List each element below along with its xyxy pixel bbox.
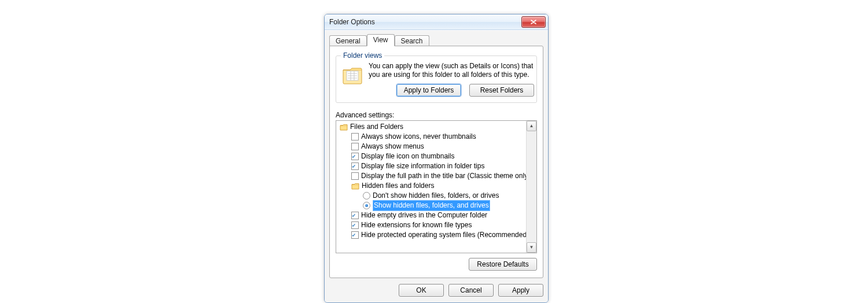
checkbox-icon[interactable] <box>351 172 359 180</box>
titlebar[interactable]: Folder Options <box>325 14 548 30</box>
opt-show-hidden[interactable]: Show hidden files, folders, and drives <box>339 201 526 210</box>
dialog-buttons: OK Cancel Apply <box>329 284 543 297</box>
close-icon <box>531 20 536 24</box>
client-area: General View Search Folder views <box>325 30 548 302</box>
scrollbar[interactable]: ▲ ▼ <box>526 121 536 253</box>
opt-label: Display file icon on thumbnails <box>361 152 454 161</box>
opt-always-show-icons[interactable]: Always show icons, never thumbnails <box>339 132 526 142</box>
folder-options-dialog: Folder Options General View Search Folde… <box>324 14 549 303</box>
checkbox-icon[interactable] <box>351 231 359 239</box>
window-title: Folder Options <box>329 18 521 26</box>
folder-views-description: You can apply the view (such as Details … <box>369 62 534 79</box>
folder-views-group: Folder views <box>336 56 537 103</box>
opt-label: Always show menus <box>361 142 424 152</box>
tree-root-files-and-folders[interactable]: Files and Folders <box>339 122 526 132</box>
opt-always-show-menus[interactable]: Always show menus <box>339 142 526 152</box>
scroll-down-button[interactable]: ▼ <box>527 242 536 253</box>
tab-general[interactable]: General <box>329 35 367 47</box>
opt-display-full-path-titlebar[interactable]: Display the full path in the title bar (… <box>339 171 526 181</box>
opt-display-file-icon-on-thumbnails[interactable]: Display file icon on thumbnails <box>339 152 526 161</box>
opt-label-selected: Show hidden files, folders, and drives <box>373 200 490 211</box>
close-button[interactable] <box>521 16 546 28</box>
folder-icon <box>340 124 348 131</box>
checkbox-icon[interactable] <box>351 212 359 219</box>
opt-label: Hidden files and folders <box>362 181 434 191</box>
tree-group-hidden-files[interactable]: Hidden files and folders <box>339 181 526 191</box>
ok-button[interactable]: OK <box>399 284 444 297</box>
opt-label: Hide extensions for known file types <box>361 220 472 230</box>
tab-search[interactable]: Search <box>395 35 429 47</box>
tab-view[interactable]: View <box>367 34 395 46</box>
opt-display-file-size-in-tips[interactable]: Display file size information in folder … <box>339 161 526 171</box>
checkbox-icon[interactable] <box>351 221 359 229</box>
folder-preview-icon <box>341 63 364 86</box>
opt-label: Display the full path in the title bar (… <box>361 171 526 181</box>
tree-content: Files and Folders Always show icons, nev… <box>336 121 526 253</box>
radio-icon[interactable] <box>363 192 370 199</box>
apply-to-folders-button[interactable]: Apply to Folders <box>396 84 461 97</box>
tree-root-label: Files and Folders <box>350 122 403 132</box>
restore-defaults-button[interactable]: Restore Defaults <box>469 258 537 271</box>
opt-label: Display file size information in folder … <box>361 161 484 171</box>
checkbox-icon[interactable] <box>351 143 359 150</box>
opt-hide-empty-drives[interactable]: Hide empty drives in the Computer folder <box>339 210 526 220</box>
checkbox-icon[interactable] <box>351 153 359 160</box>
folder-icon <box>351 183 359 190</box>
folder-views-title: Folder views <box>341 51 384 60</box>
chevron-up-icon: ▲ <box>529 124 534 128</box>
tab-page-view: Folder views <box>329 46 543 278</box>
opt-label: Don't show hidden files, folders, or dri… <box>373 191 499 201</box>
cancel-button[interactable]: Cancel <box>448 284 494 297</box>
reset-folders-button[interactable]: Reset Folders <box>469 84 534 97</box>
scroll-up-button[interactable]: ▲ <box>527 121 536 131</box>
advanced-settings-label: Advanced settings: <box>336 111 537 119</box>
chevron-down-icon: ▼ <box>529 245 534 250</box>
tab-strip: General View Search <box>329 34 543 46</box>
opt-dont-show-hidden[interactable]: Don't show hidden files, folders, or dri… <box>339 191 526 201</box>
checkbox-icon[interactable] <box>351 133 359 141</box>
apply-button[interactable]: Apply <box>498 284 543 297</box>
advanced-settings-tree[interactable]: Files and Folders Always show icons, nev… <box>336 120 537 253</box>
checkbox-icon[interactable] <box>351 162 359 170</box>
opt-label: Hide empty drives in the Computer folder <box>361 210 487 220</box>
opt-hide-protected-os-files[interactable]: Hide protected operating system files (R… <box>339 230 526 240</box>
opt-label: Hide protected operating system files (R… <box>361 230 526 240</box>
opt-label: Always show icons, never thumbnails <box>361 132 476 142</box>
radio-icon[interactable] <box>363 202 370 209</box>
opt-hide-extensions[interactable]: Hide extensions for known file types <box>339 220 526 230</box>
